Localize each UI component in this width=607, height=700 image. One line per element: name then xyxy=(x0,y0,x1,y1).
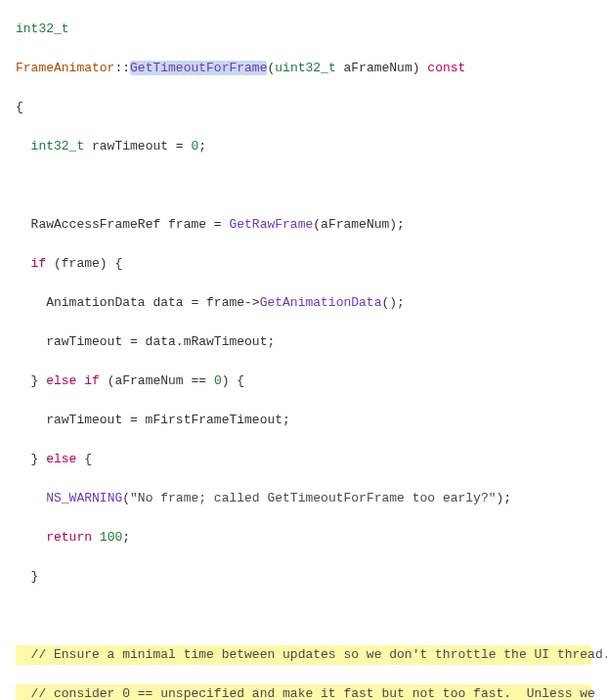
code-line: rawTimeout = mFirstFrameTimeout; xyxy=(16,411,591,430)
indent xyxy=(16,256,31,271)
indent xyxy=(16,491,46,505)
text: RawAccessFrameRef frame = xyxy=(31,217,230,232)
code-line: FrameAnimator::GetTimeoutForFrame(uint32… xyxy=(16,59,591,78)
else-keyword: else xyxy=(46,452,76,466)
text: (aFrameNum == xyxy=(100,373,214,388)
code-line: rawTimeout = data.mRawTimeout; xyxy=(16,332,591,352)
function-call: GetAnimationData xyxy=(260,295,382,310)
code-line: int32_t rawTimeout = 0; xyxy=(16,137,591,156)
semi: ; xyxy=(122,530,130,545)
paren: ); xyxy=(497,491,512,505)
function-name: GetTimeoutForFrame xyxy=(130,61,267,75)
indent xyxy=(16,217,31,232)
comment-line: // Ensure a minimal time between updates… xyxy=(16,645,591,665)
text: } xyxy=(16,452,46,466)
if-keyword: if xyxy=(84,373,100,388)
indent xyxy=(16,295,46,310)
code-line: NS_WARNING("No frame; called GetTimeoutF… xyxy=(16,489,591,508)
comment-line: // consider 0 == unspecified and make it… xyxy=(16,684,591,700)
number: 100 xyxy=(100,530,122,545)
else-keyword: else xyxy=(46,373,76,388)
text: (aFrameNum); xyxy=(313,217,405,232)
type-keyword: int32_t xyxy=(16,22,69,36)
blank-line xyxy=(16,176,591,196)
code-line: } else { xyxy=(16,450,591,469)
code-line: int32_t xyxy=(16,20,591,39)
code-line: { xyxy=(16,98,591,117)
text: { xyxy=(76,452,92,466)
text: (frame) { xyxy=(46,256,122,271)
code-line: if (frame) { xyxy=(16,254,591,274)
class-name: FrameAnimator xyxy=(16,61,114,75)
type-keyword: int32_t xyxy=(31,139,85,153)
param: aFrameNum xyxy=(336,61,412,75)
scope-op: :: xyxy=(114,61,130,75)
return-keyword: return xyxy=(46,530,92,545)
code-line: AnimationData data = frame->GetAnimation… xyxy=(16,293,591,313)
indent xyxy=(16,139,31,153)
paren: ) xyxy=(412,61,428,75)
function-call: NS_WARNING xyxy=(46,491,122,505)
paren: ( xyxy=(122,491,130,505)
code-line: RawAccessFrameRef frame = GetRawFrame(aF… xyxy=(16,215,591,235)
const-keyword: const xyxy=(427,61,465,75)
type-keyword: uint32_t xyxy=(275,61,335,75)
function-call: GetRawFrame xyxy=(229,217,313,232)
semi: ; xyxy=(198,139,206,153)
code-line: return 100; xyxy=(16,528,591,547)
code-block: int32_t FrameAnimator::GetTimeoutForFram… xyxy=(0,0,607,700)
code-line: } else if (aFrameNum == 0) { xyxy=(16,372,591,391)
text: (); xyxy=(381,295,404,310)
if-keyword: if xyxy=(31,256,47,271)
code-line: } xyxy=(16,567,591,587)
text: ) { xyxy=(222,373,244,388)
text: AnimationData data = frame-> xyxy=(46,295,259,310)
text: } xyxy=(16,373,46,388)
number: 0 xyxy=(214,373,222,388)
blank-line xyxy=(16,606,591,626)
string-literal: "No frame; called GetTimeoutForFrame too… xyxy=(130,491,496,505)
sp xyxy=(92,530,100,545)
text: rawTimeout = xyxy=(84,139,191,153)
indent xyxy=(16,530,46,545)
